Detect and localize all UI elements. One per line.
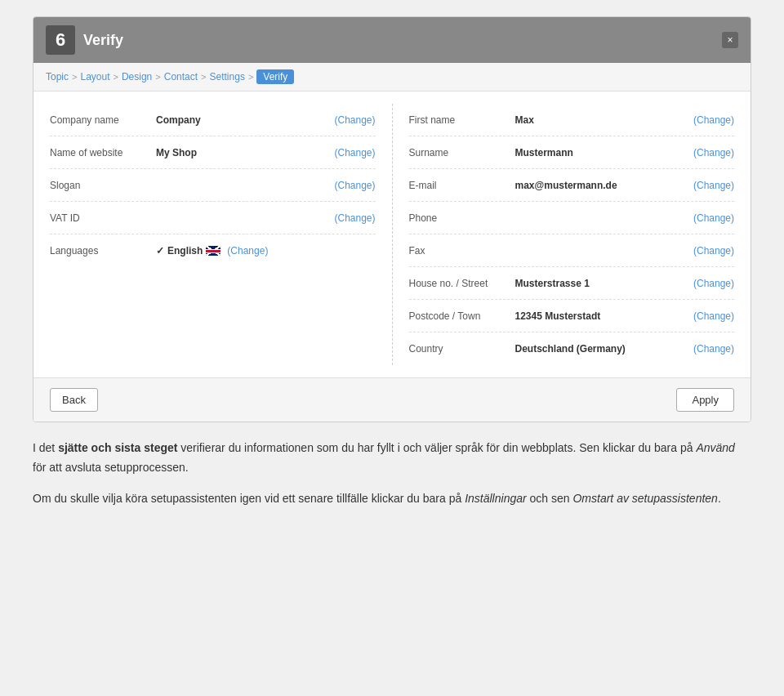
- field-row-phone: Phone (Change): [409, 202, 735, 234]
- modal-header-left: 6 Verify: [46, 25, 123, 55]
- breadcrumb-sep-3: >: [155, 72, 160, 82]
- uk-flag-icon: [206, 246, 220, 256]
- description-paragraph-2: Om du skulle vilja köra setupassistenten…: [33, 489, 751, 509]
- breadcrumb-topic[interactable]: Topic: [46, 71, 69, 83]
- close-button[interactable]: ×: [722, 32, 738, 48]
- label-phone: Phone: [409, 212, 515, 224]
- step-badge: 6: [46, 25, 75, 55]
- field-row-company: Company name Company (Change): [50, 104, 376, 136]
- breadcrumb-settings[interactable]: Settings: [210, 71, 245, 83]
- desc1-post: verifierar du informationen som du har f…: [177, 441, 696, 454]
- change-website[interactable]: (Change): [334, 147, 375, 158]
- desc2-italic1: Inställningar: [465, 492, 527, 505]
- label-slogan: Slogan: [50, 180, 156, 191]
- modal-body: Company name Company (Change) Name of we…: [33, 91, 751, 377]
- value-email: max@mustermann.de: [515, 180, 687, 191]
- breadcrumb-verify: Verify: [256, 69, 294, 84]
- breadcrumb-sep-1: >: [72, 72, 77, 82]
- change-street[interactable]: (Change): [693, 278, 734, 289]
- field-row-postcode: Postcode / Town 12345 Musterstadt (Chang…: [409, 300, 735, 332]
- desc2-end: .: [718, 492, 721, 505]
- checkmark-icon: ✓: [156, 245, 164, 257]
- desc1-italic: Använd: [696, 441, 734, 454]
- field-row-vatid: VAT ID (Change): [50, 202, 376, 234]
- label-languages: Languages: [50, 245, 156, 257]
- value-surname: Mustermann: [515, 147, 687, 158]
- back-button[interactable]: Back: [50, 388, 98, 412]
- label-fax: Fax: [409, 245, 515, 257]
- value-street: Musterstrasse 1: [515, 278, 687, 289]
- desc1-end: för att avsluta setupprocessen.: [33, 461, 189, 474]
- change-email[interactable]: (Change): [693, 180, 734, 191]
- label-surname: Surname: [409, 147, 515, 158]
- right-panel: First name Max (Change) Surname Musterma…: [393, 104, 735, 365]
- breadcrumb-contact[interactable]: Contact: [164, 71, 198, 83]
- field-row-languages: Languages ✓ English (Change): [50, 234, 376, 267]
- label-website: Name of website: [50, 147, 156, 158]
- value-website: My Shop: [156, 147, 327, 158]
- desc1-pre: I det: [33, 441, 58, 454]
- value-languages: ✓ English: [156, 245, 220, 257]
- breadcrumb-sep-4: >: [201, 72, 206, 82]
- value-company: Company: [156, 114, 327, 126]
- desc2-mid: och sen: [527, 492, 573, 505]
- field-row-street: House no. / Street Musterstrasse 1 (Chan…: [409, 267, 735, 300]
- label-firstname: First name: [409, 114, 515, 126]
- modal-title: Verify: [83, 32, 123, 49]
- label-email: E-mail: [409, 180, 515, 191]
- change-country[interactable]: (Change): [693, 343, 734, 355]
- field-row-surname: Surname Mustermann (Change): [409, 136, 735, 169]
- breadcrumb-sep-5: >: [248, 72, 253, 82]
- modal-footer: Back Apply: [33, 377, 751, 422]
- breadcrumb-layout[interactable]: Layout: [80, 71, 109, 83]
- change-slogan[interactable]: (Change): [334, 180, 375, 191]
- field-row-fax: Fax (Change): [409, 234, 735, 267]
- value-country: Deutschland (Germany): [515, 343, 687, 355]
- change-surname[interactable]: (Change): [693, 147, 734, 158]
- change-phone[interactable]: (Change): [693, 212, 734, 224]
- description-paragraph-1: I det sjätte och sista steget verifierar…: [33, 439, 751, 478]
- description-block: I det sjätte och sista steget verifierar…: [33, 439, 751, 508]
- value-firstname: Max: [515, 114, 687, 126]
- breadcrumb: Topic > Layout > Design > Contact > Sett…: [33, 63, 751, 91]
- language-text: English: [167, 245, 203, 257]
- change-fax[interactable]: (Change): [693, 245, 734, 257]
- field-row-website: Name of website My Shop (Change): [50, 136, 376, 169]
- field-row-email: E-mail max@mustermann.de (Change): [409, 169, 735, 202]
- modal-header: 6 Verify ×: [33, 17, 751, 63]
- field-row-firstname: First name Max (Change): [409, 104, 735, 136]
- desc2-italic2: Omstart av setupassistenten: [572, 492, 717, 505]
- modal-container: 6 Verify × Topic > Layout > Design > Con…: [33, 16, 751, 422]
- label-company: Company name: [50, 114, 156, 126]
- field-row-slogan: Slogan (Change): [50, 169, 376, 202]
- label-country: Country: [409, 343, 515, 355]
- change-company[interactable]: (Change): [334, 114, 375, 126]
- desc1-bold: sjätte och sista steget: [58, 441, 177, 454]
- change-languages[interactable]: (Change): [227, 245, 268, 257]
- change-firstname[interactable]: (Change): [693, 114, 734, 126]
- breadcrumb-design[interactable]: Design: [122, 71, 152, 83]
- field-row-country: Country Deutschland (Germany) (Change): [409, 332, 735, 365]
- change-vatid[interactable]: (Change): [334, 212, 375, 224]
- label-postcode: Postcode / Town: [409, 310, 515, 322]
- label-street: House no. / Street: [409, 278, 515, 289]
- apply-button[interactable]: Apply: [676, 388, 734, 412]
- breadcrumb-sep-2: >: [113, 72, 118, 82]
- left-panel: Company name Company (Change) Name of we…: [50, 104, 393, 365]
- desc2-pre: Om du skulle vilja köra setupassistenten…: [33, 492, 465, 505]
- label-vatid: VAT ID: [50, 212, 156, 224]
- value-postcode: 12345 Musterstadt: [515, 310, 687, 322]
- change-postcode[interactable]: (Change): [693, 310, 734, 322]
